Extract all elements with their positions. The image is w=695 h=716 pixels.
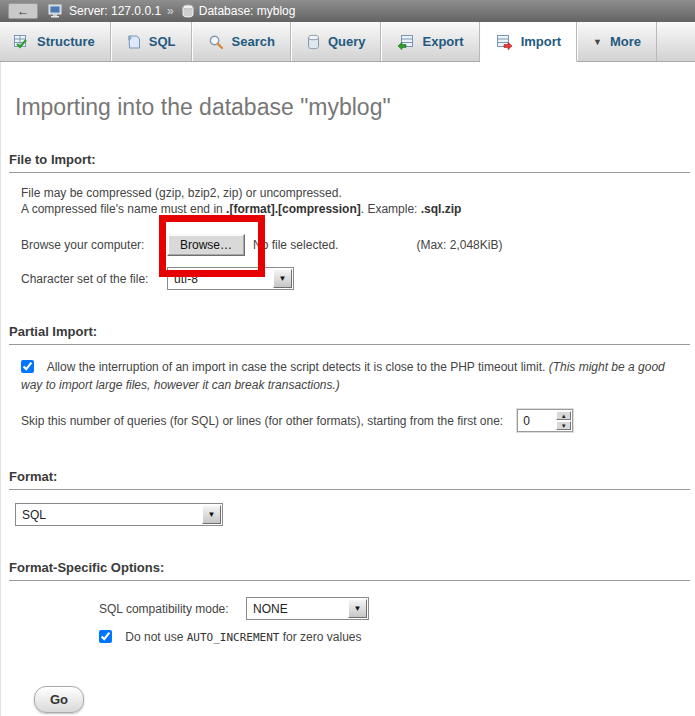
dropdown-arrow-icon: ▼ xyxy=(202,505,221,524)
charset-selected-value: utf-8 xyxy=(168,268,204,289)
structure-icon xyxy=(13,34,29,50)
charset-label: Character set of the file: xyxy=(21,272,167,286)
query-icon xyxy=(307,34,320,50)
section-heading-format: Format: xyxy=(9,469,690,490)
section-heading-partial-import: Partial Import: xyxy=(9,324,690,345)
server-icon xyxy=(48,4,64,18)
max-size-text: (Max: 2,048KiB) xyxy=(416,238,502,252)
format-select[interactable]: SQL ▼ xyxy=(15,503,223,526)
allow-interruption-text: Allow the interruption of an import in c… xyxy=(47,360,549,374)
import-page: Importing into the database "myblog" Fil… xyxy=(0,62,695,716)
auto-increment-text-suffix: for zero values xyxy=(279,630,361,644)
tab-label: Export xyxy=(422,34,463,49)
stepper-down-button[interactable]: ▼ xyxy=(556,421,571,430)
page-title: Importing into the database "myblog" xyxy=(9,62,690,121)
back-button[interactable]: ← xyxy=(8,3,38,19)
tab-label: Search xyxy=(232,34,275,49)
auto-increment-row: Do not use AUTO_INCREMENT for zero value… xyxy=(99,630,690,644)
tab-export[interactable]: Export xyxy=(381,22,479,61)
tab-sql[interactable]: SQL xyxy=(111,22,192,61)
dropdown-arrow-icon: ▼ xyxy=(273,269,292,288)
breadcrumb-bar: ← Server: 127.0.0.1 » Database: myblog xyxy=(0,0,695,22)
go-button[interactable]: Go xyxy=(34,686,84,713)
sql-compatibility-select[interactable]: NONE ▼ xyxy=(246,597,369,620)
browse-row: Browse your computer: Browse… No file se… xyxy=(21,234,690,256)
file-status-text: No file selected. xyxy=(253,238,338,252)
format-selected-value: SQL xyxy=(16,504,52,525)
tab-label: SQL xyxy=(149,34,176,49)
dropdown-arrow-icon: ▼ xyxy=(348,599,367,618)
tab-query[interactable]: Query xyxy=(291,22,382,61)
info-line1: File may be compressed (gzip, bzip2, zip… xyxy=(21,186,342,200)
auto-increment-text-prefix: Do not use xyxy=(125,630,186,644)
chevron-down-icon: ▼ xyxy=(593,37,602,47)
skip-queries-value: 0 xyxy=(518,410,555,431)
charset-row: Character set of the file: utf-8 ▼ xyxy=(21,267,690,290)
file-info-text: File may be compressed (gzip, bzip2, zip… xyxy=(21,185,690,217)
tab-bar: Structure SQL Search Query Export Import… xyxy=(0,22,695,62)
breadcrumb-server-link[interactable]: Server: 127.0.0.1 xyxy=(69,4,161,18)
export-icon xyxy=(397,34,414,50)
tab-more[interactable]: ▼ More xyxy=(577,22,657,61)
sql-compatibility-selected-value: NONE xyxy=(247,598,294,619)
skip-queries-stepper[interactable]: 0 ▲ ▼ xyxy=(517,409,573,432)
skip-queries-label: Skip this number of queries (for SQL) or… xyxy=(21,414,503,428)
auto-increment-checkbox[interactable] xyxy=(99,630,112,643)
browse-label: Browse your computer: xyxy=(21,238,167,252)
sql-compatibility-row: SQL compatibility mode: NONE ▼ xyxy=(99,597,690,620)
tab-search[interactable]: Search xyxy=(192,22,291,61)
breadcrumb-separator: » xyxy=(167,4,174,18)
info-example: .sql.zip xyxy=(421,202,462,216)
info-line2-start: A compressed file's name must end in xyxy=(21,202,226,216)
tab-label: More xyxy=(610,34,641,49)
section-heading-format-specific-options: Format-Specific Options: xyxy=(9,560,690,581)
tab-label: Import xyxy=(521,34,561,49)
import-icon xyxy=(496,34,513,50)
tab-label: Structure xyxy=(37,34,95,49)
tab-import[interactable]: Import xyxy=(480,22,577,62)
browse-button[interactable]: Browse… xyxy=(167,234,245,256)
search-icon xyxy=(208,34,224,50)
tab-label: Query xyxy=(328,34,366,49)
database-icon xyxy=(182,4,194,18)
sql-compatibility-label: SQL compatibility mode: xyxy=(99,602,246,616)
allow-interruption-row: Allow the interruption of an import in c… xyxy=(21,358,689,394)
sql-icon xyxy=(127,34,141,50)
back-arrow-icon: ← xyxy=(17,5,29,17)
breadcrumb-database-link[interactable]: Database: myblog xyxy=(199,4,296,18)
allow-interruption-checkbox[interactable] xyxy=(21,360,34,373)
info-format-pattern: .[format].[compression] xyxy=(226,202,361,216)
skip-queries-row: Skip this number of queries (for SQL) or… xyxy=(21,409,690,432)
info-line2-mid: . Example: xyxy=(361,202,421,216)
tab-structure[interactable]: Structure xyxy=(0,22,111,61)
stepper-up-button[interactable]: ▲ xyxy=(556,411,571,420)
auto-increment-keyword: AUTO_INCREMENT xyxy=(187,631,280,644)
charset-select[interactable]: utf-8 ▼ xyxy=(167,267,294,290)
section-heading-file-to-import: File to Import: xyxy=(9,152,690,173)
